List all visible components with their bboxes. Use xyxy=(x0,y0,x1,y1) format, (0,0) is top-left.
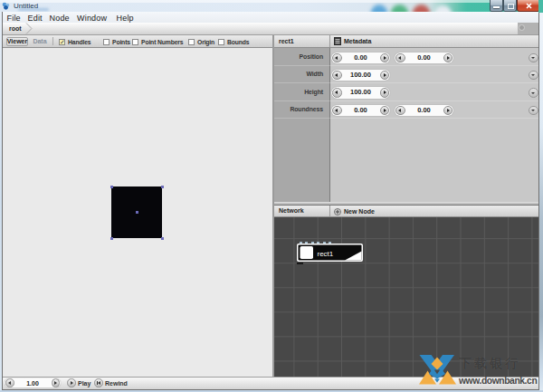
svg-text:rect1: rect1 xyxy=(318,250,334,258)
